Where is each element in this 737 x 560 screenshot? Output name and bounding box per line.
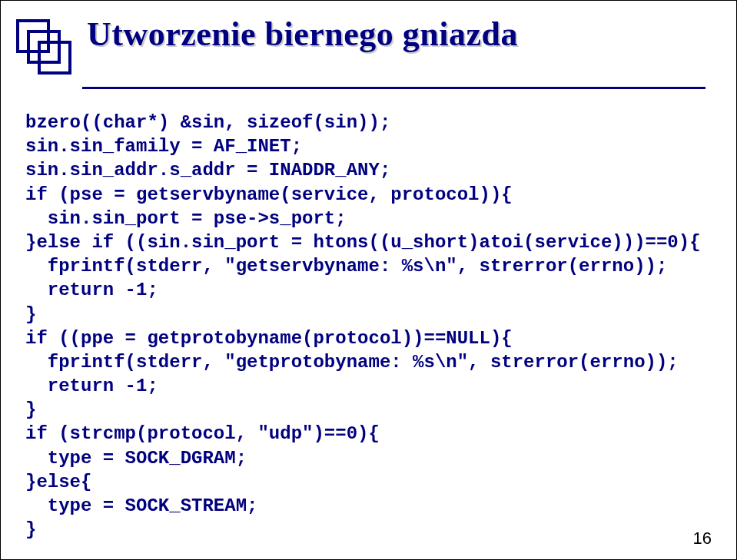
slide: Utworzenie biernego gniazda bzero((char*… [0, 0, 737, 560]
svg-rect-2 [39, 42, 70, 73]
code-block: bzero((char*) &sin, sizeof(sin)); sin.si… [25, 111, 736, 542]
page-number: 16 [693, 529, 712, 548]
header: Utworzenie biernego gniazda [1, 1, 736, 79]
slide-title: Utworzenie biernego gniazda [87, 15, 518, 54]
title-underline [82, 87, 705, 89]
svg-rect-0 [18, 21, 48, 51]
svg-rect-1 [28, 31, 59, 62]
logo-icon [16, 19, 73, 79]
